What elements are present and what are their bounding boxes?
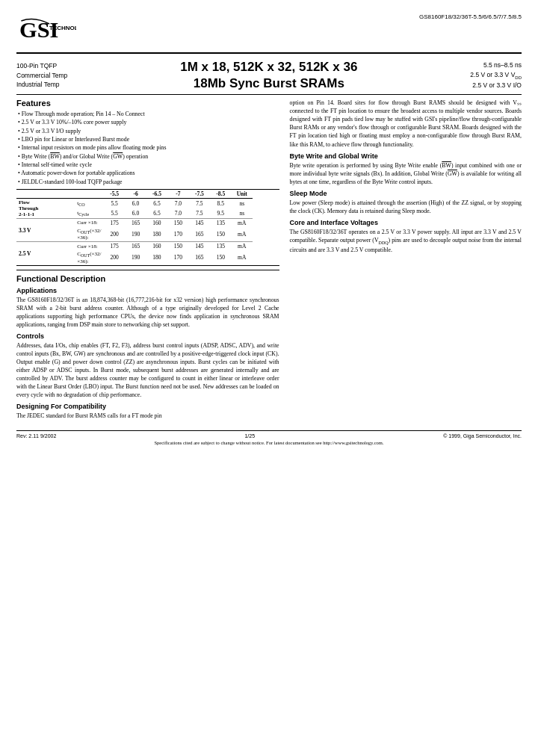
footer: Rev: 2.11 9/2002 1/25 © 1999, Giga Semic… bbox=[16, 430, 522, 445]
product-name: 18Mb Sync Burst SRAMs bbox=[180, 75, 357, 92]
list-item: • Internal self-timed write cycle bbox=[18, 161, 279, 169]
speed-col-75: -7.5 bbox=[189, 189, 210, 198]
logo-area: GSI TECHNOLOGY bbox=[16, 13, 81, 49]
features-list: • Flow Through mode operation; Pin 14 – … bbox=[16, 110, 279, 186]
package-type: 100-Pin TQFP bbox=[16, 61, 67, 71]
core-interface-title: Core and Interface Voltages bbox=[290, 219, 522, 226]
compatibility-text: The JEDEC standard for Burst RAMS calls … bbox=[16, 412, 279, 420]
company-logo: GSI TECHNOLOGY bbox=[16, 13, 76, 49]
density-config: 1M x 18, 512K x 32, 512K x 36 bbox=[180, 59, 357, 75]
byte-write-title: Byte Write and Global Write bbox=[290, 152, 522, 160]
controls-text: Addresses, data I/Os, chip enables (FT, … bbox=[16, 341, 279, 399]
core-interface-text: The GS8160F18/32/36T operates on a 2.5 V… bbox=[290, 228, 522, 254]
list-item: • Byte Write (BW) and/or Global Write (G… bbox=[18, 152, 279, 161]
header: GSI TECHNOLOGY GS8160F18/32/36T-5.5/6/6.… bbox=[16, 13, 522, 54]
list-item: • Flow Through mode operation; Pin 14 – … bbox=[18, 110, 279, 118]
title-left: 100-Pin TQFP Commercial Temp Industrial … bbox=[16, 61, 67, 90]
part-number: GS8160F18/32/36T-5.5/6/6.5/7/7.5/8.5 bbox=[419, 13, 522, 20]
speed-col-7: -7 bbox=[167, 189, 188, 198]
right-column: option on Pin 14. Board sites for flow t… bbox=[290, 99, 522, 423]
speed-col-55: -5.5 bbox=[104, 189, 125, 198]
section-divider bbox=[16, 270, 279, 270]
speed-col-85: -8.5 bbox=[210, 189, 231, 198]
unit-col: Unit bbox=[232, 189, 253, 198]
speed-grade: 5.5 ns–8.5 ns bbox=[470, 61, 522, 70]
list-item: • JELDLC-standard 100-load TQFP package bbox=[18, 178, 279, 186]
industrial-temp: Industrial Temp bbox=[16, 80, 67, 90]
vio-spec: 2.5 V or 3.3 V I/O bbox=[470, 81, 522, 90]
table-row: 2.5 V Curr ×18: 175165160150145135 mA bbox=[16, 242, 279, 251]
commercial-temp: Commercial Temp bbox=[16, 71, 67, 81]
applications-text: The GS8160F18/32/36T is an 18,874,368-bi… bbox=[16, 296, 279, 329]
applications-title: Applications bbox=[16, 287, 279, 294]
list-item: • Automatic power-down for portable appl… bbox=[18, 169, 279, 177]
footer-page: 1/25 bbox=[244, 433, 255, 439]
vdd-spec: 2.5 V or 3.3 V VDD bbox=[470, 70, 522, 81]
timing-table-wrapper: -5.5 -6 -6.5 -7 -7.5 -8.5 Unit FlowThrou… bbox=[16, 189, 279, 266]
list-item: • 2.5 V or 3.3 V 10%/–10% core power sup… bbox=[18, 118, 279, 126]
list-item: • Internal input resistors on mode pins … bbox=[18, 143, 279, 152]
byte-write-text: Byte write operation is performed by usi… bbox=[290, 161, 522, 186]
main-content: Features • Flow Through mode operation; … bbox=[16, 99, 522, 423]
functional-title: Functional Description bbox=[16, 274, 279, 283]
table-row: 3.3 V Curr ×18: 175165160150145135 mA bbox=[16, 218, 279, 227]
speed-col-65: -6.5 bbox=[146, 189, 167, 198]
controls-title: Controls bbox=[16, 332, 279, 340]
table-header-row: -5.5 -6 -6.5 -7 -7.5 -8.5 Unit bbox=[16, 189, 279, 198]
svg-text:TECHNOLOGY: TECHNOLOGY bbox=[49, 25, 76, 31]
title-block: 100-Pin TQFP Commercial Temp Industrial … bbox=[16, 57, 522, 95]
list-item: • 2.5 V or 3.3 V I/O supply bbox=[18, 127, 279, 135]
title-center: 1M x 18, 512K x 32, 512K x 36 18Mb Sync … bbox=[180, 59, 357, 92]
intro-text: option on Pin 14. Board sites for flow t… bbox=[290, 99, 522, 148]
footer-copyright: © 1999, Giga Semiconductor, Inc. bbox=[443, 433, 522, 439]
sleep-title: Sleep Mode bbox=[290, 190, 522, 197]
sleep-text: Low power (Sleep mode) is attained throu… bbox=[290, 199, 522, 215]
footer-rev: Rev: 2.11 9/2002 bbox=[16, 433, 56, 439]
title-right: 5.5 ns–8.5 ns 2.5 V or 3.3 V VDD 2.5 V o… bbox=[470, 61, 522, 90]
table-row: FlowThrough2-1-1-1 tCO 5.56.06.57.07.58.… bbox=[16, 198, 279, 208]
features-title: Features bbox=[16, 99, 279, 108]
compatibility-title: Designing For Compatibility bbox=[16, 403, 279, 410]
left-column: Features • Flow Through mode operation; … bbox=[16, 99, 279, 423]
speed-col-6: -6 bbox=[125, 189, 146, 198]
footer-note: Specifications cited are subject to chan… bbox=[16, 440, 522, 445]
list-item: • LBO pin for Linear or Interleaved Burs… bbox=[18, 135, 279, 143]
timing-table: -5.5 -6 -6.5 -7 -7.5 -8.5 Unit FlowThrou… bbox=[16, 189, 279, 266]
